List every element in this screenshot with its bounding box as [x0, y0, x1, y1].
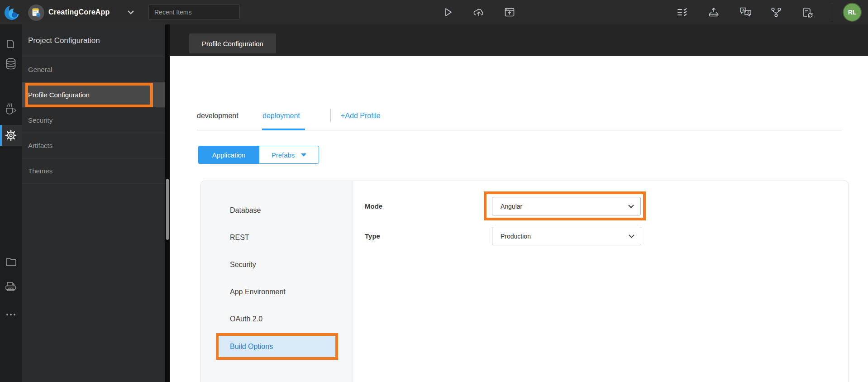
project-avatar[interactable] [28, 5, 44, 21]
sidebar-title: Project Configuration [22, 24, 165, 57]
java-services-icon[interactable] [0, 99, 22, 119]
add-profile-button[interactable]: +Add Profile [341, 110, 381, 122]
user-avatar[interactable]: RL [843, 3, 862, 22]
main-header-bar: Profile Configuration [170, 24, 868, 56]
menu-item-app-environment[interactable]: App Environment [201, 285, 353, 299]
log-icon-text: LOG [8, 286, 14, 289]
menu-item-build-options[interactable]: Build Options [219, 336, 335, 357]
settings-card: Database REST Security App Environment O… [200, 181, 849, 382]
main-area: Profile Configuration development deploy… [170, 24, 868, 382]
sidebar-item-themes[interactable]: Themes [22, 158, 165, 184]
branches-icon[interactable] [770, 6, 782, 19]
pages-icon[interactable] [0, 34, 22, 55]
recent-items-search-input[interactable] [148, 5, 240, 20]
app-name[interactable]: CreatingCoreApp [48, 0, 110, 24]
menu-item-database[interactable]: Database [201, 204, 353, 217]
mode-label: Mode [365, 201, 455, 210]
more-icon[interactable] [0, 304, 22, 325]
preview-window-icon[interactable] [503, 6, 516, 19]
active-tab-underline [262, 129, 305, 130]
settings-menu-panel: Database REST Security App Environment O… [201, 181, 353, 382]
top-header: CreatingCoreApp [0, 0, 868, 24]
settings-icon[interactable] [0, 125, 22, 146]
scope-toggle: Application Prefabs [198, 146, 319, 164]
file-explorer-icon[interactable] [0, 252, 22, 272]
chevron-down-icon[interactable] [128, 10, 134, 14]
toggle-application[interactable]: Application [198, 146, 259, 163]
run-icon[interactable] [442, 6, 454, 19]
cloud-upload-icon[interactable] [472, 6, 485, 19]
tab-profile-configuration[interactable]: Profile Configuration [189, 33, 276, 53]
file-sync-icon[interactable] [801, 6, 814, 19]
checklist-icon[interactable] [677, 6, 689, 19]
prefabs-caret-icon [301, 153, 306, 157]
database-icon[interactable] [0, 53, 22, 74]
menu-item-security[interactable]: Security [201, 258, 353, 272]
scrollbar-thumb[interactable] [166, 179, 169, 240]
tab-separator [330, 109, 331, 122]
header-divider [832, 3, 832, 21]
icon-rail: LOG [0, 24, 22, 382]
sidebar-item-security[interactable]: Security [22, 108, 165, 133]
project-config-sidebar: Project Configuration General Profile Co… [22, 24, 165, 382]
select-chevron-icon [628, 205, 634, 208]
type-select-value: Production [501, 233, 531, 240]
mode-select-value: Angular [501, 203, 522, 210]
translate-icon[interactable]: A 文 [739, 6, 752, 19]
menu-item-oauth[interactable]: OAuth 2.0 [201, 312, 353, 326]
select-chevron-icon [629, 234, 634, 238]
mode-select[interactable]: Angular [492, 197, 641, 215]
type-select[interactable]: Production [492, 227, 641, 245]
sidebar-scrollbar[interactable] [165, 24, 170, 382]
toggle-prefabs[interactable]: Prefabs [259, 146, 319, 163]
profile-tab-development[interactable]: development [197, 110, 238, 122]
logs-icon[interactable]: LOG [0, 276, 22, 297]
svg-text:A: A [742, 8, 745, 12]
svg-text:文: 文 [746, 11, 750, 15]
profile-tab-deployment[interactable]: deployment [262, 110, 300, 122]
type-label: Type [365, 231, 455, 240]
sidebar-item-artifacts[interactable]: Artifacts [22, 133, 165, 158]
deploy-icon[interactable] [707, 6, 720, 19]
menu-item-rest[interactable]: REST [201, 231, 353, 244]
toggle-prefabs-label: Prefabs [272, 151, 295, 159]
wavemaker-logo-icon[interactable] [3, 3, 21, 21]
sidebar-item-general[interactable]: General [22, 57, 165, 82]
sidebar-item-profile-configuration[interactable]: Profile Configuration [22, 82, 165, 108]
profile-configuration-content: development deployment +Add Profile Appl… [170, 56, 868, 382]
